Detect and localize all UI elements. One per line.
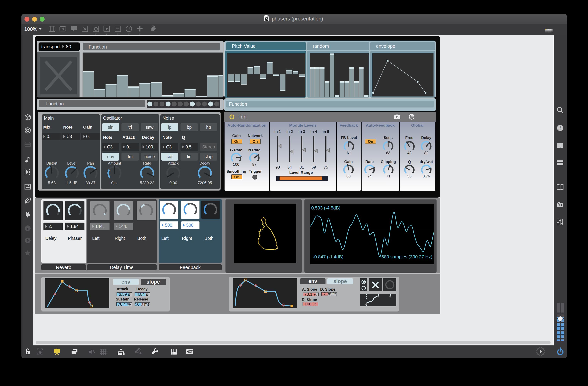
svg-text:b: b [27, 238, 29, 242]
svg-text:m: m [62, 27, 64, 31]
svg-text:v: v [27, 226, 29, 230]
svg-text:i: i [560, 126, 561, 131]
